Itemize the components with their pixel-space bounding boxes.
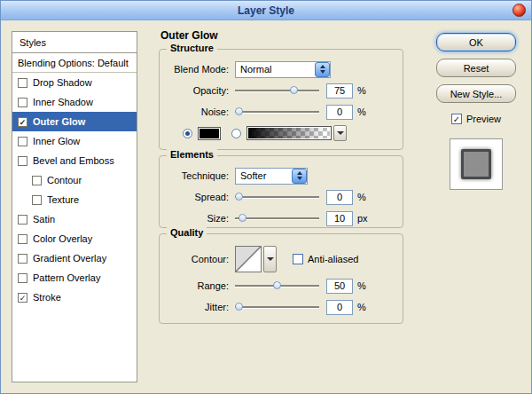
style-item-checkbox[interactable] <box>18 78 27 88</box>
style-item-checkbox[interactable] <box>18 156 27 166</box>
style-item-checkbox[interactable] <box>18 215 27 225</box>
gradient-picker-arrow-button[interactable] <box>333 125 347 141</box>
noise-input[interactable] <box>326 105 353 120</box>
range-label: Range: <box>165 280 229 291</box>
style-item-drop-shadow[interactable]: Drop Shadow <box>12 73 137 92</box>
style-item-pattern-overlay[interactable]: Pattern Overlay <box>12 268 137 288</box>
ok-button[interactable]: OK <box>436 33 516 51</box>
style-item-label: Color Overlay <box>33 233 92 244</box>
color-radio[interactable] <box>183 129 192 138</box>
style-item-color-overlay[interactable]: Color Overlay <box>12 229 137 248</box>
style-item-satin[interactable]: Satin <box>12 209 137 229</box>
opacity-input[interactable] <box>326 83 353 98</box>
spread-slider[interactable] <box>235 190 319 204</box>
contour-thumbnail[interactable] <box>235 246 262 272</box>
technique-value: Softer <box>240 170 266 181</box>
noise-row: Noise: % <box>160 101 403 122</box>
style-item-inner-glow[interactable]: Inner Glow <box>12 131 137 151</box>
style-item-checkbox[interactable]: ✓ <box>18 117 27 127</box>
size-slider[interactable] <box>235 211 319 225</box>
style-item-outer-glow[interactable]: ✓Outer Glow <box>12 112 137 131</box>
style-item-bevel-and-emboss[interactable]: Bevel and Emboss <box>12 151 137 170</box>
style-item-contour[interactable]: Contour <box>12 170 137 190</box>
size-slider-thumb[interactable] <box>239 214 246 222</box>
slider-track <box>235 90 319 91</box>
window-title: Layer Style <box>238 4 294 17</box>
preview-checkbox[interactable]: ✓ <box>451 114 462 124</box>
style-item-label: Satin <box>33 214 55 225</box>
spread-label: Spread: <box>165 192 229 202</box>
range-slider[interactable] <box>235 279 319 293</box>
antialiased-checkbox[interactable] <box>293 254 303 264</box>
structure-group-title: Structure <box>167 43 217 53</box>
gradient-swatch[interactable] <box>246 126 332 140</box>
style-item-checkbox[interactable] <box>32 195 42 205</box>
opacity-slider-thumb[interactable] <box>290 86 298 94</box>
glow-color-swatch[interactable] <box>198 127 221 140</box>
technique-select[interactable]: Softer <box>235 168 308 185</box>
technique-label: Technique: <box>165 170 229 181</box>
style-item-checkbox[interactable] <box>18 273 27 283</box>
spread-row: Spread: % <box>160 186 403 208</box>
blend-mode-select[interactable]: Normal <box>235 61 331 78</box>
noise-slider[interactable] <box>235 105 319 119</box>
action-column: OK Reset New Style... ✓ Preview <box>432 33 520 190</box>
gradient-radio[interactable] <box>231 129 241 138</box>
slider-track <box>235 111 319 113</box>
style-item-label: Pattern Overlay <box>33 272 100 283</box>
style-item-blending-options-default[interactable]: Blending Options: Default <box>12 53 137 73</box>
blend-mode-stepper[interactable] <box>315 62 330 77</box>
technique-stepper[interactable] <box>292 169 307 184</box>
new-style-button[interactable]: New Style... <box>436 84 516 103</box>
spread-input[interactable] <box>326 190 353 205</box>
style-item-label: Bevel and Emboss <box>33 155 114 166</box>
style-item-checkbox[interactable] <box>18 137 27 146</box>
style-item-checkbox[interactable] <box>18 234 27 244</box>
style-item-inner-shadow[interactable]: Inner Shadow <box>12 92 137 112</box>
styles-panel-header: Styles <box>12 32 137 53</box>
stepper-up-icon <box>297 171 302 175</box>
jitter-slider[interactable] <box>235 300 319 314</box>
range-row: Range: % <box>160 275 403 296</box>
range-input[interactable] <box>326 279 353 294</box>
style-item-checkbox[interactable] <box>18 254 27 264</box>
noise-slider-thumb[interactable] <box>235 107 243 115</box>
style-item-checkbox[interactable]: ✓ <box>18 293 27 303</box>
dialog-body: Styles Blending Options: DefaultDrop Sha… <box>1 20 531 393</box>
jitter-slider-thumb[interactable] <box>235 303 243 311</box>
stepper-down-icon <box>320 70 325 74</box>
style-item-texture[interactable]: Texture <box>12 190 137 209</box>
style-item-checkbox[interactable] <box>32 176 42 185</box>
antialiased-toggle[interactable]: Anti-aliased <box>293 254 358 264</box>
stepper-down-icon <box>297 177 302 180</box>
style-item-label: Blending Options: Default <box>18 58 129 68</box>
style-item-stroke[interactable]: ✓Stroke <box>12 288 137 307</box>
contour-row: Contour: Anti-aliased <box>160 243 403 275</box>
contour-picker-arrow-button[interactable] <box>263 246 277 272</box>
structure-group: Structure Blend Mode: Normal Opacity: <box>159 49 403 150</box>
opacity-label: Opacity: <box>165 85 229 96</box>
jitter-row: Jitter: % <box>160 296 403 318</box>
layer-style-dialog: Layer Style Styles Blending Options: Def… <box>0 0 532 394</box>
size-row: Size: px <box>160 208 403 229</box>
blend-mode-value: Normal <box>240 64 271 75</box>
close-button[interactable] <box>512 4 526 17</box>
arrow-down-icon <box>337 131 344 135</box>
style-item-label: Gradient Overlay <box>33 253 106 264</box>
titlebar[interactable]: Layer Style <box>1 1 531 20</box>
spread-slider-thumb[interactable] <box>235 193 243 201</box>
style-item-label: Inner Glow <box>33 136 80 146</box>
size-input[interactable] <box>326 211 353 226</box>
opacity-row: Opacity: % <box>160 80 403 101</box>
jitter-input[interactable] <box>326 300 353 315</box>
range-slider-thumb[interactable] <box>273 281 281 289</box>
reset-button[interactable]: Reset <box>436 59 516 77</box>
stepper-up-icon <box>320 65 325 68</box>
preview-toggle[interactable]: ✓ Preview <box>451 114 501 124</box>
opacity-slider[interactable] <box>235 83 319 98</box>
spread-unit: % <box>357 192 366 202</box>
style-item-gradient-overlay[interactable]: Gradient Overlay <box>12 248 137 268</box>
preview-label: Preview <box>466 114 501 124</box>
style-item-checkbox[interactable] <box>18 98 27 107</box>
size-label: Size: <box>165 213 229 224</box>
